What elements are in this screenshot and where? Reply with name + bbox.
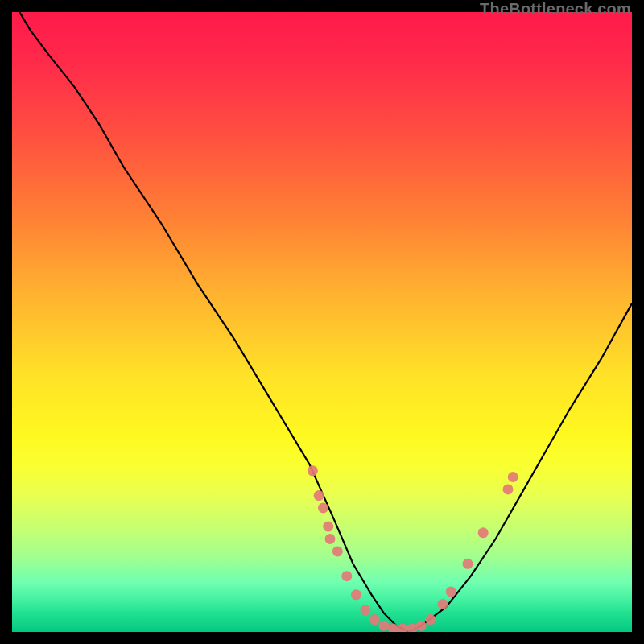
chart-background	[12, 12, 632, 632]
watermark-text: TheBottleneck.com	[480, 0, 631, 19]
